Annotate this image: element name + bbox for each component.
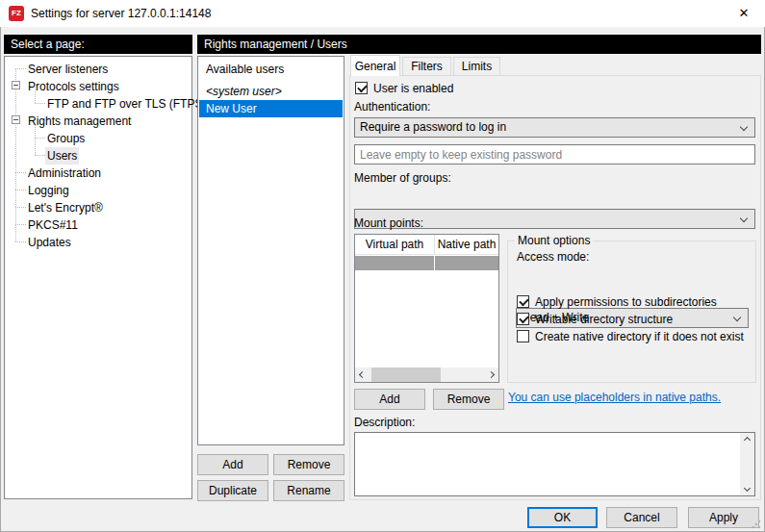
- tree-item-users[interactable]: Users: [5, 146, 191, 164]
- select-a-page-header: Select a page:: [4, 35, 192, 54]
- column-header-native-path[interactable]: Native path: [435, 235, 498, 255]
- user-add-button[interactable]: Add: [197, 454, 268, 475]
- create-native-directory-checkbox[interactable]: [517, 330, 529, 342]
- list-item-system-user[interactable]: <system user>: [206, 85, 282, 98]
- tree-item-protocols-settings[interactable]: Protocols settings: [5, 77, 191, 94]
- tab-limits[interactable]: Limits: [453, 57, 500, 76]
- apply-permissions-checkbox[interactable]: [517, 295, 529, 308]
- apply-permissions-label: Apply permissions to subdirectories: [535, 295, 717, 309]
- filezilla-server-icon: FZ: [9, 6, 24, 21]
- scroll-down-icon[interactable]: [740, 481, 754, 495]
- column-header-virtual-path[interactable]: Virtual path: [355, 235, 434, 255]
- mount-points-table[interactable]: Virtual path Native path: [354, 234, 499, 383]
- close-button[interactable]: ✕: [723, 0, 765, 27]
- user-rename-button[interactable]: Rename: [273, 480, 344, 501]
- tree-collapse-minus-icon[interactable]: [12, 115, 20, 124]
- ok-button[interactable]: OK: [527, 507, 598, 528]
- scroll-up-icon[interactable]: [740, 433, 754, 447]
- vertical-scrollbar[interactable]: [740, 433, 754, 495]
- mount-options-title: Mount options: [515, 234, 593, 247]
- create-native-directory-label: Create native directory if it does not e…: [535, 330, 744, 343]
- page-tree-panel: Server listeners Protocols settings FTP …: [4, 56, 192, 499]
- user-enabled-label: User is enabled: [373, 82, 453, 95]
- scroll-right-icon[interactable]: [484, 367, 498, 382]
- users-list-panel: Available users <system user> New User: [197, 56, 344, 445]
- description-label: Description:: [354, 416, 415, 429]
- table-row-selected[interactable]: [435, 256, 498, 270]
- tree-item-server-listeners[interactable]: Server listeners: [5, 60, 191, 77]
- available-users-label: Available users: [206, 63, 284, 76]
- password-field[interactable]: [354, 144, 755, 165]
- tab-filters[interactable]: Filters: [402, 57, 451, 76]
- resize-grip[interactable]: [752, 519, 761, 529]
- mount-remove-button[interactable]: Remove: [433, 389, 504, 410]
- authentication-select[interactable]: Require a password to log in: [354, 117, 755, 138]
- writable-directory-checkbox[interactable]: [517, 313, 529, 325]
- chevron-down-icon: [740, 215, 748, 222]
- breadcrumb: Rights management / Users: [197, 35, 761, 54]
- tree-item-pkcs11[interactable]: PKCS#11: [5, 215, 191, 233]
- tree-item-ftp-ftps[interactable]: FTP and FTP over TLS (FTPS): [5, 94, 191, 112]
- tree-item-rights-management[interactable]: Rights management: [5, 112, 191, 129]
- table-row-selected[interactable]: [355, 256, 434, 270]
- chevron-down-icon: [740, 123, 748, 131]
- writable-directory-label: Writable directory structure: [535, 313, 673, 326]
- scroll-left-icon[interactable]: [355, 367, 370, 382]
- cancel-button[interactable]: Cancel: [606, 507, 677, 528]
- tree-item-administration[interactable]: Administration: [5, 164, 191, 181]
- title-bar: FZ Settings for server 127.0.0.1:14148 ✕: [0, 0, 765, 27]
- tree-collapse-minus-icon[interactable]: [12, 81, 20, 89]
- mount-points-label: Mount points:: [354, 216, 423, 230]
- user-remove-button[interactable]: Remove: [273, 454, 344, 475]
- close-icon: ✕: [739, 6, 750, 20]
- access-mode-label: Access mode:: [517, 250, 589, 264]
- description-textarea[interactable]: [354, 432, 755, 496]
- horizontal-scrollbar[interactable]: [355, 367, 498, 382]
- scrollbar-thumb[interactable]: [371, 367, 441, 382]
- placeholders-link[interactable]: You can use placeholders in native paths…: [508, 391, 721, 404]
- apply-button[interactable]: Apply: [688, 507, 759, 528]
- tree-item-lets-encrypt[interactable]: Let's Encrypt®: [5, 198, 191, 215]
- list-item-new-user[interactable]: New User: [199, 100, 343, 117]
- tree-item-groups[interactable]: Groups: [5, 129, 191, 146]
- tab-general[interactable]: General: [350, 55, 400, 76]
- tree-item-updates[interactable]: Updates: [5, 233, 191, 250]
- member-of-groups-label: Member of groups:: [354, 171, 451, 185]
- window-title: Settings for server 127.0.0.1:14148: [31, 7, 211, 20]
- user-duplicate-button[interactable]: Duplicate: [197, 480, 268, 501]
- user-enabled-checkbox[interactable]: [355, 82, 368, 94]
- password-field-wrap: [354, 144, 755, 165]
- authentication-label: Authentication:: [354, 100, 430, 114]
- tree-item-logging[interactable]: Logging: [5, 181, 191, 198]
- chevron-down-icon: [733, 314, 741, 321]
- mount-add-button[interactable]: Add: [354, 389, 425, 410]
